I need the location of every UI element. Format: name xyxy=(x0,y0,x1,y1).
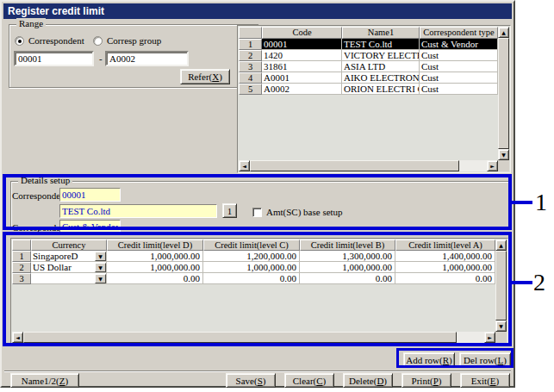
delete-button[interactable]: Delete(D) xyxy=(343,373,393,388)
scroll-left-icon[interactable]: ◄ xyxy=(239,160,250,171)
cell-correspondent-type[interactable]: Cust xyxy=(420,72,498,84)
cell-name1[interactable]: VICTORY ELECTRON L xyxy=(342,50,420,61)
row-number[interactable]: 5 xyxy=(239,84,262,95)
amt-sc-checkbox-label[interactable]: Amt(SC) base setup xyxy=(266,207,343,217)
add-row-button[interactable]: Add row(R) xyxy=(403,352,455,367)
name-lookup-button-label: 1 xyxy=(227,206,233,216)
clear-button[interactable]: Clear(C) xyxy=(284,373,334,388)
currency-combo[interactable]: SingaporeD▼ xyxy=(31,251,107,262)
correspondent-grid-body: 100001TEST Co.ltdCust & Vendor21420VICTO… xyxy=(239,39,498,160)
table-row[interactable]: 100001TEST Co.ltdCust & Vendor xyxy=(239,39,498,50)
table-row[interactable]: 4A0001AIKO ELECTRONICSCust xyxy=(239,72,498,84)
name-lookup-button[interactable]: 1 xyxy=(222,203,237,218)
scroll-right-icon[interactable]: ► xyxy=(484,332,495,343)
correspondent-radio[interactable] xyxy=(15,36,24,46)
scroll-up-icon[interactable]: ▲ xyxy=(498,27,509,38)
del-row-label: Del row( xyxy=(464,355,497,365)
scroll-down-icon[interactable]: ▼ xyxy=(495,320,507,332)
cell-correspondent-type[interactable]: Cust & Vendor xyxy=(420,39,498,50)
correspondent-radio-label[interactable]: Correspondent xyxy=(28,35,84,46)
row-number[interactable]: 3 xyxy=(239,61,262,72)
header-level-c[interactable]: Credit limit(level C) xyxy=(203,240,300,251)
save-button[interactable]: Save(S) xyxy=(226,373,276,388)
range-from-input[interactable] xyxy=(14,51,94,66)
cell-name1[interactable]: ORION ELECTRI CO LT xyxy=(342,84,420,95)
amt-sc-checkbox[interactable] xyxy=(252,208,262,217)
credit-grid-vscrollbar[interactable]: ▲ ▼ xyxy=(495,240,507,332)
chevron-down-icon[interactable]: ▼ xyxy=(95,252,106,261)
scroll-right-icon[interactable]: ► xyxy=(487,160,498,171)
row-number[interactable]: 4 xyxy=(239,72,262,84)
print-button[interactable]: Print(P) xyxy=(401,373,451,388)
correspondent-code-field[interactable] xyxy=(59,188,121,202)
cell-name1[interactable]: TEST Co.ltd xyxy=(342,39,420,50)
table-row[interactable]: 2US Dollar▼1,000,000.001,000,000.001,000… xyxy=(12,262,495,273)
cell-correspondent-type[interactable]: Cust xyxy=(420,61,498,72)
row-number[interactable]: 3 xyxy=(12,273,31,284)
cell-limit-level-b[interactable]: 1,300,000.00 xyxy=(300,251,395,262)
scroll-down-icon[interactable]: ▼ xyxy=(498,149,509,160)
table-row[interactable]: 3▼0.000.000.000.00 xyxy=(12,273,495,284)
cell-code[interactable]: A0001 xyxy=(262,72,342,84)
cell-correspondent-type[interactable]: Cust xyxy=(420,50,498,61)
cell-limit-level-a[interactable]: 0.00 xyxy=(395,273,495,284)
cell-name1[interactable]: ASIA LTD xyxy=(342,61,420,72)
header-level-b[interactable]: Credit limit(level B) xyxy=(300,240,395,251)
cell-name1[interactable]: AIKO ELECTRONICS xyxy=(342,72,420,84)
cell-limit-level-b[interactable]: 1,000,000.00 xyxy=(300,262,395,273)
corresp-group-radio-label[interactable]: Corresp group xyxy=(107,35,161,46)
chevron-down-icon[interactable]: ▼ xyxy=(95,274,106,283)
header-level-d[interactable]: Credit limit(level D) xyxy=(107,240,203,251)
save-label: Save( xyxy=(236,376,258,386)
correspondent-type-field[interactable] xyxy=(59,220,121,233)
cell-code[interactable]: 00001 xyxy=(262,39,342,50)
header-name1[interactable]: Name1 xyxy=(342,27,420,39)
currency-combo[interactable]: US Dollar▼ xyxy=(31,262,107,273)
currency-combo[interactable]: ▼ xyxy=(31,273,107,284)
cell-code[interactable]: A0002 xyxy=(262,84,342,95)
cell-correspondent-type[interactable]: Cust xyxy=(420,84,498,95)
cell-limit-level-d[interactable]: 0.00 xyxy=(107,273,203,284)
cell-code[interactable]: 1420 xyxy=(262,50,342,61)
table-row[interactable]: 1SingaporeD▼1,000,000.001,200,000.001,30… xyxy=(12,251,495,262)
row-number[interactable]: 2 xyxy=(12,262,31,273)
refer-button[interactable]: Refer(X) xyxy=(180,69,230,84)
correspondent-grid-hscrollbar[interactable]: ◄ ► xyxy=(239,160,498,171)
scroll-up-icon[interactable]: ▲ xyxy=(495,240,507,251)
scroll-left-icon[interactable]: ◄ xyxy=(12,332,23,343)
row-number[interactable]: 1 xyxy=(239,39,262,50)
vscroll-thumb[interactable] xyxy=(498,38,509,149)
cell-limit-level-c[interactable]: 0.00 xyxy=(203,273,300,284)
corresp-group-radio[interactable] xyxy=(93,36,103,46)
row-number[interactable]: 1 xyxy=(12,251,31,262)
vscroll-thumb[interactable] xyxy=(495,251,507,320)
hscroll-thumb[interactable] xyxy=(23,332,457,343)
name12-button[interactable]: Name1/2(Z) xyxy=(10,373,79,388)
cell-limit-level-c[interactable]: 1,200,000.00 xyxy=(203,251,300,262)
cell-limit-level-a[interactable]: 1,000,000.00 xyxy=(395,262,495,273)
cell-limit-level-d[interactable]: 1,000,000.00 xyxy=(107,262,203,273)
hscroll-thumb[interactable] xyxy=(250,160,459,171)
cell-limit-level-c[interactable]: 1,000,000.00 xyxy=(203,262,300,273)
table-row[interactable]: 5A0002ORION ELECTRI CO LTCust xyxy=(239,84,498,95)
range-to-input[interactable] xyxy=(105,51,189,66)
table-row[interactable]: 331861ASIA LTDCust xyxy=(239,61,498,72)
cell-code[interactable]: 31861 xyxy=(262,61,342,72)
header-level-a[interactable]: Credit limit(level A) xyxy=(395,240,495,251)
row-number[interactable]: 2 xyxy=(239,50,262,61)
cell-limit-level-b[interactable]: 0.00 xyxy=(300,273,395,284)
header-code[interactable]: Code xyxy=(262,27,342,39)
credit-grid-hscrollbar[interactable]: ◄ ► xyxy=(12,332,495,343)
table-row[interactable]: 21420VICTORY ELECTRON LCust xyxy=(239,50,498,61)
chevron-down-icon[interactable]: ▼ xyxy=(95,263,106,272)
exit-button[interactable]: Exit(E) xyxy=(460,373,510,388)
header-correspondent-type[interactable]: Correspondent type xyxy=(420,27,498,39)
cell-limit-level-d[interactable]: 1,000,000.00 xyxy=(107,251,203,262)
del-row-button[interactable]: Del row(L) xyxy=(459,352,511,367)
window-titlebar[interactable]: Register credit limit xyxy=(3,3,512,19)
correspondent-name-field[interactable] xyxy=(59,204,217,218)
correspondent-grid-vscrollbar[interactable]: ▲ ▼ xyxy=(498,27,509,160)
header-currency[interactable]: Currency xyxy=(31,240,107,251)
exit-label: Exit( xyxy=(471,376,490,386)
cell-limit-level-a[interactable]: 1,400,000.00 xyxy=(395,251,495,262)
